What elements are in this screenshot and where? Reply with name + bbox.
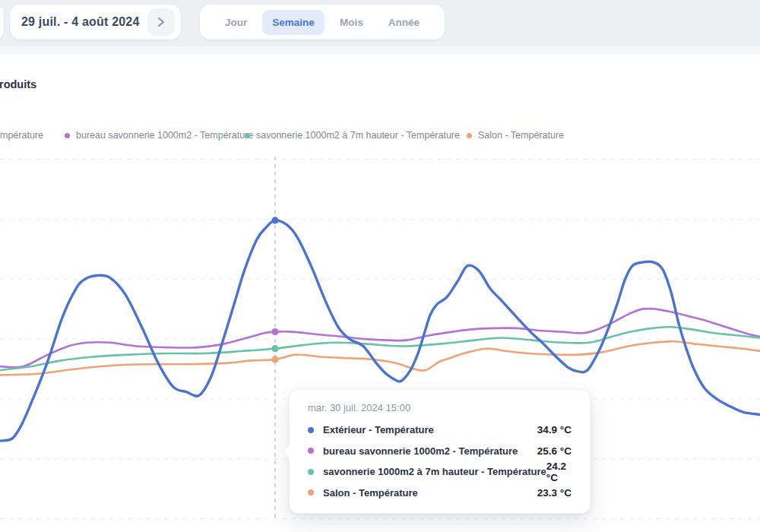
chevron-right-icon [155,16,167,28]
legend-label: bureau savonnerie 1000m2 - Température [76,130,253,141]
legend-label: savonnerie 1000m2 à 7m hauteur - Tempéra… [256,130,460,141]
tooltip-row: bureau savonnerie 1000m2 - Température 2… [308,441,572,462]
series-dot-icon [308,489,314,496]
tab-annee[interactable]: Année [378,10,429,35]
legend-item-savonnerie-7m[interactable]: savonnerie 1000m2 à 7m hauteur - Tempéra… [245,130,460,141]
legend-item-exterieur[interactable]: mpérature [0,130,43,141]
series-dot-icon [245,133,250,138]
next-period-button[interactable] [147,8,175,36]
date-range-card: 29 juil. - 4 août 2024 [10,5,181,40]
legend-item-bureau-savonnerie[interactable]: bureau savonnerie 1000m2 - Température [65,130,253,141]
legend-item-salon[interactable]: Salon - Température [467,130,564,141]
tooltip-series-value: 34.9 °C [537,424,572,435]
legend-label: mpérature [0,130,43,141]
date-range-label: 29 juil. - 4 août 2024 [21,15,140,29]
series-dot-icon [308,448,314,454]
tooltip-row: Extérieur - Température 34.9 °C [308,420,572,441]
series-dot-icon [308,427,314,433]
series-dot-icon [467,133,472,138]
tooltip-series-label: Salon - Température [323,487,418,499]
tab-jour[interactable]: Jour [215,10,257,35]
tooltip-series-value: 23.3 °C [537,487,572,499]
chart-legend: mpérature bureau savonnerie 1000m2 - Tem… [0,130,760,145]
tooltip-series-label: Extérieur - Température [323,424,434,435]
tooltip-row: Salon - Température 23.3 °C [308,483,572,504]
series-dot-icon [308,469,314,475]
previous-period-button-partial[interactable] [0,5,4,40]
tooltip-series-label: bureau savonnerie 1000m2 - Température [323,445,518,457]
tab-semaine[interactable]: Semaine [262,10,325,35]
header-bar: 29 juil. - 4 août 2024 Jour Semaine Mois… [0,0,760,46]
legend-label: Salon - Température [478,130,564,141]
section-title-partial: roduits [0,78,36,90]
tooltip-date: mar. 30 juil. 2024 15:00 [308,402,572,413]
series-dot-icon [65,133,70,138]
tooltip-row: savonnerie 1000m2 à 7m hauteur - Tempéra… [308,461,572,483]
period-tabs: Jour Semaine Mois Année [200,5,445,40]
chart-tooltip: mar. 30 juil. 2024 15:00 Extérieur - Tem… [289,389,591,514]
tooltip-series-value: 24.2 °C [546,461,572,483]
tooltip-series-value: 25.6 °C [537,445,572,457]
tooltip-series-label: savonnerie 1000m2 à 7m hauteur - Tempéra… [323,466,546,477]
tab-mois[interactable]: Mois [330,10,373,35]
